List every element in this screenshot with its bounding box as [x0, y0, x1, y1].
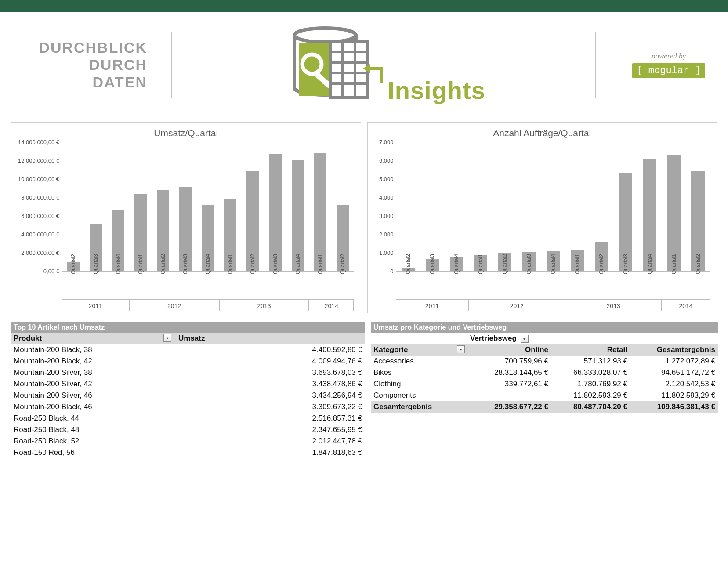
x-tick: Quartal1 — [227, 254, 233, 274]
y-tick: 2.000 — [379, 231, 396, 238]
table-row: Clothing339.772,61 €1.780.769,92 €2.120.… — [371, 378, 718, 390]
y-tick: 3.000 — [379, 213, 396, 219]
cell: Gesamtergebnis — [371, 401, 467, 413]
y-tick: 0 — [390, 268, 396, 275]
powered-by: powered by [ mogular ] — [620, 52, 717, 78]
cell: 2.120.542,53 € — [630, 378, 718, 390]
dropdown-icon[interactable] — [457, 345, 465, 353]
x-tick: Quartal4 — [205, 254, 211, 274]
cell: Components — [371, 390, 467, 401]
cell: 2.347.655,95 € — [176, 424, 365, 436]
x-tick: Quartal2 — [598, 254, 605, 274]
slogan: DURCHBLICK DURCH DATEN — [11, 39, 147, 91]
section-title: Top 10 Artikel nach Umsatz — [11, 322, 365, 333]
cell: 66.333.028,07 € — [551, 367, 630, 378]
cell: 2.516.857,31 € — [176, 413, 365, 424]
chart-title: Anzahl Aufträge/Quartal — [372, 128, 713, 138]
col-online: Online — [525, 345, 548, 354]
col-revenue: Umsatz — [178, 334, 205, 342]
dropdown-icon[interactable] — [521, 335, 529, 343]
cell: Mountain-200 Black, 46 — [11, 401, 176, 413]
table-row: Mountain-200 Black, 384.400.592,80 € — [11, 344, 365, 356]
x-tick: Quartal2 — [250, 254, 256, 274]
cell: 11.802.593,29 € — [630, 390, 718, 401]
x-tick: Quartal1 — [671, 254, 677, 274]
separator — [595, 32, 596, 98]
cell: Accessories — [371, 356, 467, 367]
x-tick: Quartal2 — [695, 254, 701, 274]
x-tick: Quartal2 — [340, 254, 346, 274]
cell: 29.358.677,22 € — [467, 401, 551, 413]
filter-icon[interactable] — [163, 334, 171, 342]
cell: 3.438.478,86 € — [176, 378, 365, 390]
chart-auftraege-quartal: Anzahl Aufträge/Quartal 01.0002.0003.000… — [367, 122, 717, 313]
x-tick: Quartal2 — [70, 254, 76, 274]
chart-xaxis: Quartal2Quartal3Quartal4Quartal1Quartal2… — [396, 272, 710, 311]
cell: 571.312,93 € — [551, 356, 630, 367]
insights-logo: Insights — [196, 25, 571, 105]
y-tick: 1.000 — [379, 250, 396, 256]
table-row: Accessories700.759,96 €571.312,93 €1.272… — [371, 356, 718, 367]
slogan-line: DURCH — [11, 56, 147, 73]
x-tick: Quartal1 — [478, 254, 484, 274]
table-row: Mountain-200 Silver, 463.434.256,94 € — [11, 390, 365, 401]
cell: 700.759,96 € — [467, 356, 551, 367]
chart-umsatz-quartal: Umsatz/Quartal 0,00 €2.000.000,00 €4.000… — [11, 122, 361, 313]
table-row: Road-250 Black, 442.516.857,31 € — [11, 413, 365, 424]
y-tick: 4.000 — [379, 194, 396, 201]
cell: 28.318.144,65 € — [467, 367, 551, 378]
cell: 339.772,61 € — [467, 378, 551, 390]
y-tick: 6.000 — [379, 157, 396, 164]
table-total-row: Gesamtergebnis 29.358.677,22 € 80.487.70… — [371, 401, 718, 413]
bar — [314, 153, 326, 271]
cell: 1.847.818,63 € — [176, 447, 365, 458]
pivot-table: Umsatz pro Kategorie und Vertriebsweg Ve… — [371, 322, 718, 413]
cell: 94.651.172,72 € — [630, 367, 718, 378]
insights-icon — [282, 25, 383, 105]
cell: Mountain-200 Black, 38 — [11, 344, 176, 356]
x-tick: Quartal2 — [405, 254, 411, 274]
table-row: Vertriebsweg — [371, 333, 718, 344]
x-tick: Quartal3 — [182, 254, 188, 274]
cell: 2.012.447,78 € — [176, 436, 365, 447]
cell: Road-250 Black, 48 — [11, 424, 176, 436]
x-tick: Quartal3 — [429, 254, 435, 274]
year-group: 2011 — [62, 300, 129, 311]
top-bar — [0, 0, 728, 12]
cell: 109.846.381,43 € — [630, 401, 718, 413]
table-row: Road-250 Black, 482.347.655,95 € — [11, 424, 365, 436]
svg-rect-4 — [330, 41, 367, 98]
year-group: 2011 — [396, 300, 469, 311]
cell: 3.693.678,03 € — [176, 367, 365, 378]
cell: Bikes — [371, 367, 467, 378]
col-category: Kategorie — [373, 345, 408, 354]
top10-table: Top 10 Artikel nach Umsatz Produkt Umsat… — [11, 322, 365, 458]
powered-label: powered by — [620, 52, 717, 61]
x-tick: Quartal4 — [453, 254, 460, 274]
y-tick: 2.000.000,00 € — [21, 250, 62, 256]
table-row: Mountain-200 Silver, 383.693.678,03 € — [11, 367, 365, 378]
year-group: 2013 — [565, 300, 662, 311]
cell: Mountain-200 Silver, 46 — [11, 390, 176, 401]
cell: Road-250 Black, 44 — [11, 413, 176, 424]
y-tick: 8.000.000,00 € — [21, 194, 62, 201]
y-tick: 14.000.000,00 € — [18, 139, 62, 145]
y-tick: 10.000.000,00 € — [18, 176, 62, 182]
cell: Clothing — [371, 378, 467, 390]
y-tick: 12.000.000,00 € — [18, 157, 62, 164]
col-total: Gesamtergebnis — [657, 345, 715, 354]
separator — [171, 32, 172, 98]
brand-badge: [ mogular ] — [632, 63, 705, 78]
cell: Mountain-200 Silver, 42 — [11, 378, 176, 390]
cell: Road-150 Red, 56 — [11, 447, 176, 458]
x-tick: Quartal4 — [115, 254, 121, 274]
x-tick: Quartal3 — [623, 254, 629, 274]
cell: Mountain-200 Black, 42 — [11, 356, 176, 367]
col-channel: Vertriebsweg — [470, 334, 517, 342]
y-tick: 0,00 € — [43, 268, 62, 275]
cell — [467, 390, 551, 401]
cell: 4.009.494,76 € — [176, 356, 365, 367]
cell: 11.802.593,29 € — [551, 390, 630, 401]
year-group: 2012 — [129, 300, 219, 311]
y-tick: 7.000 — [379, 139, 396, 145]
